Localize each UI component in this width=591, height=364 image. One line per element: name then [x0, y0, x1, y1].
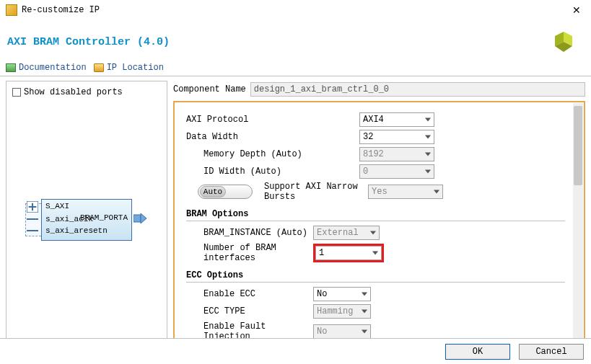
row-bram-instance: BRAM_INSTANCE (Auto) External [198, 226, 579, 240]
svg-rect-6 [133, 215, 141, 222]
svg-marker-7 [141, 213, 146, 223]
ip-title: AXI BRAM Controller (4.0) [7, 36, 170, 48]
label-narrow-bursts: Support AXI Narrow Bursts [258, 182, 368, 202]
select-ecc-type: Hamming [313, 304, 371, 319]
select-id-width: 0 [359, 164, 434, 179]
config-pane: Component Name AXI Protocol AXI4 Data Wi… [173, 81, 585, 346]
value-id-width: 0 [363, 167, 368, 177]
select-memory-depth: 8192 [359, 147, 434, 161]
select-narrow-bursts: Yes [368, 185, 443, 199]
chevron-down-icon [362, 310, 367, 314]
close-button[interactable]: ✕ [568, 1, 585, 19]
block-diagram: S_AXI s_axi_aclk s_axi_aresetn BRAM_PORT… [11, 99, 162, 341]
divider [186, 282, 565, 283]
scrollbar-thumb[interactable] [574, 106, 582, 185]
component-name-row: Component Name [173, 81, 585, 101]
row-axi-protocol: AXI Protocol AXI4 [186, 112, 579, 127]
pin-stub-icon [27, 230, 38, 231]
select-enable-ecc[interactable]: No [313, 287, 371, 301]
ecc-options-header: ECC Options [186, 270, 579, 280]
value-narrow-bursts: Yes [372, 187, 388, 197]
bram-options-header: BRAM Options [186, 209, 579, 219]
chevron-down-icon [425, 170, 431, 174]
ip-location-label: IP Location [107, 63, 164, 73]
row-enable-ecc: Enable ECC No [198, 287, 579, 301]
value-fault-injection: No [317, 327, 327, 337]
label-id-width: ID Width (Auto) [198, 167, 359, 177]
select-axi-protocol[interactable]: AXI4 [359, 112, 434, 127]
ok-button[interactable]: OK [445, 344, 510, 360]
chevron-down-icon [372, 252, 378, 255]
component-name-label: Component Name [173, 84, 246, 94]
highlighted-selection: 1 [313, 244, 384, 262]
row-narrow-bursts: Auto Support AXI Narrow Bursts Yes [198, 182, 579, 202]
select-data-width[interactable]: 32 [359, 130, 434, 144]
documentation-icon [6, 63, 16, 72]
select-bram-instance: External [313, 226, 380, 240]
value-memory-depth: 8192 [363, 149, 384, 159]
bus-expand-icon[interactable] [27, 203, 38, 211]
pin-s-axi: S_AXI [45, 202, 69, 210]
chevron-down-icon [425, 118, 431, 122]
main-area: Show disabled ports S_AXI s_axi_aclk s_a… [0, 76, 591, 350]
row-id-width: ID Width (Auto) 0 [198, 164, 579, 179]
ip-block: S_AXI s_axi_aclk s_axi_aresetn BRAM_PORT… [25, 195, 148, 245]
pin-bram-porta: BRAM_PORTA [80, 213, 128, 222]
row-data-width: Data Width 32 [186, 130, 579, 144]
documentation-label: Documentation [19, 63, 87, 73]
chevron-down-icon [370, 231, 376, 235]
toggle-auto[interactable]: Auto [198, 185, 253, 199]
label-enable-ecc: Enable ECC [198, 289, 313, 299]
footer: OK Cancel [0, 338, 591, 364]
show-disabled-label: Show disabled ports [24, 87, 123, 97]
select-fault-injection: No [313, 324, 371, 339]
label-axi-protocol: AXI Protocol [186, 115, 359, 125]
scrollbar[interactable] [573, 103, 583, 344]
select-bram-interfaces[interactable]: 1 [315, 246, 382, 260]
chevron-down-icon [434, 190, 439, 194]
row-memory-depth: Memory Depth (Auto) 8192 [198, 147, 579, 161]
label-memory-depth: Memory Depth (Auto) [198, 149, 359, 159]
pin-s-axi-aresetn: s_axi_aresetn [45, 226, 108, 235]
value-data-width: 32 [363, 132, 373, 142]
value-bram-interfaces: 1 [319, 248, 324, 258]
window-icon [6, 4, 17, 16]
value-bram-instance: External [317, 228, 359, 238]
documentation-link[interactable]: Documentation [6, 63, 87, 73]
show-disabled-ports-checkbox[interactable]: Show disabled ports [11, 86, 162, 99]
folder-icon [94, 63, 104, 72]
value-ecc-type: Hamming [317, 306, 353, 316]
ip-config-panel: AXI Protocol AXI4 Data Width 32 Memory D… [173, 101, 585, 346]
label-ecc-type: ECC TYPE [198, 306, 313, 316]
ip-title-row: AXI BRAM Controller (4.0) [0, 20, 591, 59]
row-ecc-type: ECC TYPE Hamming [198, 304, 579, 319]
chevron-down-icon [362, 330, 367, 334]
titlebar: Re-customize IP ✕ [0, 0, 591, 20]
ip-location-link[interactable]: IP Location [94, 63, 164, 73]
window-title: Re-customize IP [22, 5, 568, 15]
chevron-down-icon [425, 153, 431, 156]
toolbar: Documentation IP Location [0, 59, 591, 76]
chevron-down-icon [362, 293, 367, 296]
chevron-down-icon [425, 136, 431, 139]
row-bram-interfaces: Number of BRAM interfaces 1 [198, 243, 579, 263]
pin-stub-icon [27, 218, 38, 220]
label-bram-interfaces: Number of BRAM interfaces [198, 243, 313, 263]
component-name-field[interactable] [250, 82, 585, 97]
label-data-width: Data Width [186, 132, 359, 142]
cancel-button[interactable]: Cancel [519, 344, 584, 360]
value-axi-protocol: AXI4 [363, 115, 384, 125]
bus-port-icon [133, 213, 146, 223]
checkbox-icon [12, 88, 21, 97]
toggle-knob: Auto [200, 186, 226, 197]
divider [186, 221, 565, 221]
label-bram-instance: BRAM_INSTANCE (Auto) [198, 228, 313, 238]
vendor-logo-icon [549, 27, 578, 56]
value-enable-ecc: No [317, 289, 327, 299]
ports-pane: Show disabled ports S_AXI s_axi_aclk s_a… [6, 81, 167, 346]
